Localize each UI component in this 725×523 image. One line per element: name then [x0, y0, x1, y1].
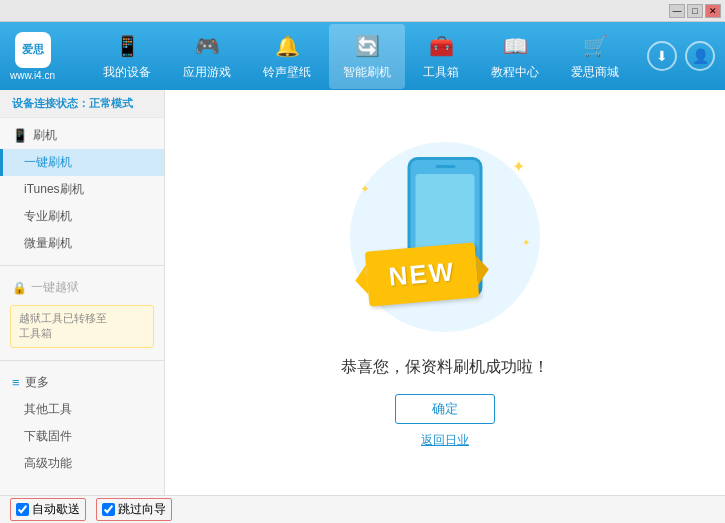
sparkle-2-icon: ✦ [360, 182, 370, 196]
nav-my-device-label: 我的设备 [103, 64, 151, 81]
itunes-flash-label: iTunes刷机 [24, 182, 84, 196]
nav-tutorial[interactable]: 📖 教程中心 [477, 24, 553, 89]
nav-apps-games-label: 应用游戏 [183, 64, 231, 81]
more-section: ≡ 更多 其他工具 下载固件 高级功能 [0, 365, 164, 481]
header-right: ⬇ 👤 [647, 41, 715, 71]
logo-icon: 爱思 [15, 32, 51, 68]
more-section-icon: ≡ [12, 375, 20, 390]
more-section-header: ≡ 更多 [0, 369, 164, 396]
bottom-checkboxes-row: 自动歇送 跳过向导 [0, 496, 725, 523]
download-button[interactable]: ⬇ [647, 41, 677, 71]
apps-games-icon: 🎮 [193, 32, 221, 60]
tutorial-icon: 📖 [501, 32, 529, 60]
one-click-flash-label: 一键刷机 [24, 155, 72, 169]
minimize-button[interactable]: — [669, 4, 685, 18]
skip-wizard-label: 跳过向导 [118, 501, 166, 518]
nav-toolbox[interactable]: 🧰 工具箱 [409, 24, 473, 89]
sidebar-item-itunes-flash[interactable]: iTunes刷机 [0, 176, 164, 203]
nav-smart-flash-label: 智能刷机 [343, 64, 391, 81]
sidebar-item-save-flash[interactable]: 微量刷机 [0, 230, 164, 257]
flash-section-header: 📱 刷机 [0, 122, 164, 149]
logo-text: 爱思 [22, 42, 44, 57]
bottom-bar: 自动歇送 跳过向导 📱 iPhone 12 mini 64GB Down-12m… [0, 495, 725, 523]
smart-flash-icon: 🔄 [353, 32, 381, 60]
success-message: 恭喜您，保资料刷机成功啦！ [341, 357, 549, 378]
lock-icon: 🔒 [12, 281, 27, 295]
status-label: 设备连接状态： [12, 97, 89, 109]
window-controls[interactable]: — □ ✕ [669, 4, 721, 18]
nav-toolbox-label: 工具箱 [423, 64, 459, 81]
title-bar: — □ ✕ [0, 0, 725, 22]
nav-shop-label: 爱思商城 [571, 64, 619, 81]
connection-status: 设备连接状态：正常模式 [0, 90, 164, 118]
sidebar-divider-2 [0, 360, 164, 361]
nav-ringtones-label: 铃声壁纸 [263, 64, 311, 81]
sidebar-item-pro-flash[interactable]: 专业刷机 [0, 203, 164, 230]
content-area: NEW ✦ ✦ ✦ 恭喜您，保资料刷机成功啦！ 确定 返回日业 [165, 90, 725, 495]
auto-send-label: 自动歇送 [32, 501, 80, 518]
nav-shop[interactable]: 🛒 爱思商城 [557, 24, 633, 89]
skip-wizard-checkbox-container[interactable]: 跳过向导 [96, 498, 172, 521]
jailbreak-warning: 越狱工具已转移至 工具箱 [10, 305, 154, 348]
close-button[interactable]: ✕ [705, 4, 721, 18]
sidebar-item-one-click-flash[interactable]: 一键刷机 [0, 149, 164, 176]
nav-smart-flash[interactable]: 🔄 智能刷机 [329, 24, 405, 89]
sidebar: 设备连接状态：正常模式 📱 刷机 一键刷机 iTunes刷机 专业刷机 微量刷机 [0, 90, 165, 495]
shop-icon: 🛒 [581, 32, 609, 60]
sidebar-item-download-firmware[interactable]: 下载固件 [0, 423, 164, 450]
logo-url: www.i4.cn [10, 70, 55, 81]
sparkle-3-icon: ✦ [522, 237, 530, 248]
nav-my-device[interactable]: 📱 我的设备 [89, 24, 165, 89]
my-device-icon: 📱 [113, 32, 141, 60]
nav-tutorial-label: 教程中心 [491, 64, 539, 81]
sidebar-divider-1 [0, 265, 164, 266]
logo: 爱思 www.i4.cn [10, 32, 55, 81]
save-flash-label: 微量刷机 [24, 236, 72, 250]
ringtones-icon: 🔔 [273, 32, 301, 60]
success-graphic: NEW ✦ ✦ ✦ [345, 137, 545, 337]
new-badge-text: NEW [387, 256, 456, 293]
jailbreak-label: 一键越狱 [31, 279, 79, 296]
confirm-button[interactable]: 确定 [395, 394, 495, 424]
auto-send-checkbox-container[interactable]: 自动歇送 [10, 498, 86, 521]
flash-section-icon: 📱 [12, 128, 28, 143]
jailbreak-section: 🔒 一键越狱 越狱工具已转移至 工具箱 [0, 270, 164, 356]
flash-section-label: 刷机 [33, 127, 57, 144]
main-layout: 设备连接状态：正常模式 📱 刷机 一键刷机 iTunes刷机 专业刷机 微量刷机 [0, 90, 725, 495]
jailbreak-warning-text: 越狱工具已转移至 工具箱 [19, 312, 107, 339]
toolbox-icon: 🧰 [427, 32, 455, 60]
sparkle-1-icon: ✦ [512, 157, 525, 176]
advanced-label: 高级功能 [24, 456, 72, 470]
download-firmware-label: 下载固件 [24, 429, 72, 443]
new-ribbon: NEW [365, 242, 479, 306]
jailbreak-section-header: 🔒 一键越狱 [0, 274, 164, 301]
more-section-label: 更多 [25, 374, 49, 391]
flash-section: 📱 刷机 一键刷机 iTunes刷机 专业刷机 微量刷机 [0, 118, 164, 261]
maximize-button[interactable]: □ [687, 4, 703, 18]
nav-apps-games[interactable]: 🎮 应用游戏 [169, 24, 245, 89]
user-button[interactable]: 👤 [685, 41, 715, 71]
sidebar-item-advanced[interactable]: 高级功能 [0, 450, 164, 477]
status-value: 正常模式 [89, 97, 133, 109]
header: 爱思 www.i4.cn 📱 我的设备 🎮 应用游戏 🔔 铃声壁纸 🔄 智能刷机… [0, 22, 725, 90]
skip-wizard-checkbox[interactable] [102, 503, 115, 516]
nav-ringtones[interactable]: 🔔 铃声壁纸 [249, 24, 325, 89]
back-daily-link[interactable]: 返回日业 [421, 432, 469, 449]
auto-send-checkbox[interactable] [16, 503, 29, 516]
nav-bar: 📱 我的设备 🎮 应用游戏 🔔 铃声壁纸 🔄 智能刷机 🧰 工具箱 📖 教程中心… [75, 24, 647, 89]
pro-flash-label: 专业刷机 [24, 209, 72, 223]
other-tools-label: 其他工具 [24, 402, 72, 416]
sidebar-item-other-tools[interactable]: 其他工具 [0, 396, 164, 423]
